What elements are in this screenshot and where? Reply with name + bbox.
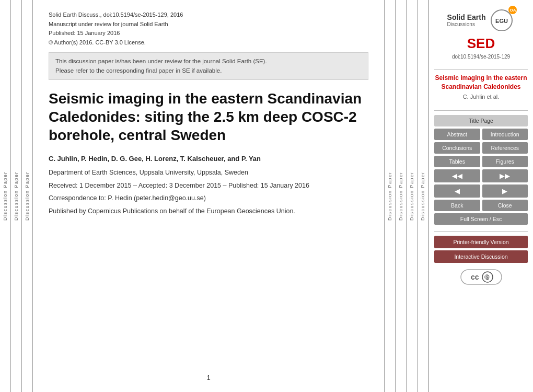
meta-line3: Published: 15 January 2016 — [49, 29, 368, 38]
svg-text:EGU: EGU — [496, 18, 508, 24]
nav-grid-1: Abstract Introduction — [434, 129, 528, 140]
abstract-button[interactable]: Abstract — [434, 129, 480, 140]
close-button[interactable]: Close — [482, 200, 528, 211]
nav-first-button[interactable]: ◀◀ — [434, 169, 480, 182]
left-discussion-bar-3: Discussion Paper — [22, 0, 32, 392]
publisher: Published by Copernicus Publications on … — [49, 206, 368, 216]
right-bar-text-2: Discussion Paper — [398, 171, 403, 221]
notice-line2: Please refer to the corresponding final … — [55, 66, 362, 75]
nav-arrows-2: ◀ ▶ — [434, 185, 528, 198]
authors: C. Juhlin, P. Hedin, D. G. Gee, H. Loren… — [49, 155, 368, 163]
journal-name: Solid Earth — [447, 13, 486, 22]
right-discussion-bar-4: Discussion Paper — [418, 0, 428, 392]
left-bar-text-2: Discussion Paper — [14, 171, 19, 221]
sidebar-doi: doi:10.5194/se-2015-129 — [434, 54, 528, 60]
svg-text:©: © — [484, 273, 490, 281]
left-bar-text-3: Discussion Paper — [25, 171, 30, 221]
nav-grid-back-close: Back Close — [434, 200, 528, 211]
notice-box: This discussion paper is/has been under … — [49, 52, 368, 80]
nav-last-button[interactable]: ▶▶ — [482, 169, 528, 182]
paper-title: Seismic imaging in the eastern Scandinav… — [49, 89, 368, 144]
notice-line1: This discussion paper is/has been under … — [55, 57, 362, 66]
right-discussion-bar-3: Discussion Paper — [407, 0, 417, 392]
main-content: Solid Earth Discuss., doi:10.5194/se-201… — [33, 0, 384, 392]
references-button[interactable]: References — [482, 142, 528, 154]
right-discussion-bar-2: Discussion Paper — [396, 0, 406, 392]
affiliation: Department of Earth Sciences, Uppsala Un… — [49, 168, 368, 178]
sidebar-divider-2 — [434, 110, 528, 111]
sidebar-divider-3 — [434, 231, 528, 232]
right-bar-text-3: Discussion Paper — [409, 171, 414, 221]
left-discussion-bar-1: Discussion Paper — [0, 0, 10, 392]
nav-grid-3: Tables Figures — [434, 156, 528, 167]
page-wrapper: Discussion Paper Discussion Paper Discus… — [0, 0, 533, 392]
svg-rect-2 — [461, 270, 502, 284]
correspondence: Correspondence to: P. Hedin (peter.hedin… — [49, 193, 368, 203]
page-number: 1 — [49, 363, 368, 382]
nav-prev-button[interactable]: ◀ — [434, 185, 480, 198]
sed-title: SED — [434, 36, 528, 52]
conclusions-button[interactable]: Conclusions — [434, 142, 480, 154]
egu-logo-container: EGU OA — [489, 8, 515, 32]
nav-arrows-1: ◀◀ ▶▶ — [434, 169, 528, 182]
right-bar-text-1: Discussion Paper — [387, 171, 392, 221]
back-button[interactable]: Back — [434, 200, 480, 211]
meta-line4: © Author(s) 2016. CC-BY 3.0 License. — [49, 38, 368, 48]
header-meta: Solid Earth Discuss., doi:10.5194/se-201… — [49, 10, 368, 47]
journal-header: Solid Earth Discussions EGU OA — [434, 8, 528, 32]
cc-license-svg: cc $ © — [460, 269, 502, 285]
interactive-discussion-button[interactable]: Interactive Discussion — [434, 250, 528, 263]
cc-license: cc $ © — [434, 269, 528, 285]
meta-line1: Solid Earth Discuss., doi:10.5194/se-201… — [49, 10, 368, 20]
right-bar-text-4: Discussion Paper — [420, 171, 425, 221]
figures-button[interactable]: Figures — [482, 156, 528, 167]
full-screen-button[interactable]: Full Screen / Esc — [434, 213, 528, 225]
journal-sub: Discussions — [447, 21, 486, 27]
sidebar-paper-title: Seismic imaging in the eastern Scandinav… — [434, 74, 528, 91]
right-sidebar: Solid Earth Discussions EGU OA SED doi:1… — [428, 0, 533, 392]
right-discussion-bar-1: Discussion Paper — [385, 0, 395, 392]
sidebar-authors: C. Juhlin et al. — [434, 94, 528, 100]
nav-grid-2: Conclusions References — [434, 142, 528, 154]
meta-line2: Manuscript under review for journal Soli… — [49, 20, 368, 29]
journal-name-block: Solid Earth Discussions — [447, 13, 486, 28]
title-page-button[interactable]: Title Page — [434, 115, 528, 126]
dates: Received: 1 December 2015 – Accepted: 3 … — [49, 181, 368, 191]
nav-next-button[interactable]: ▶ — [482, 185, 528, 198]
left-discussion-bar-2: Discussion Paper — [11, 0, 21, 392]
sidebar-divider-1 — [434, 69, 528, 70]
introduction-button[interactable]: Introduction — [482, 129, 528, 140]
open-access-badge: OA — [508, 6, 517, 14]
tables-button[interactable]: Tables — [434, 156, 480, 167]
printer-friendly-button[interactable]: Printer-friendly Version — [434, 236, 528, 248]
svg-text:cc: cc — [471, 273, 479, 281]
left-bar-text-1: Discussion Paper — [3, 171, 8, 221]
